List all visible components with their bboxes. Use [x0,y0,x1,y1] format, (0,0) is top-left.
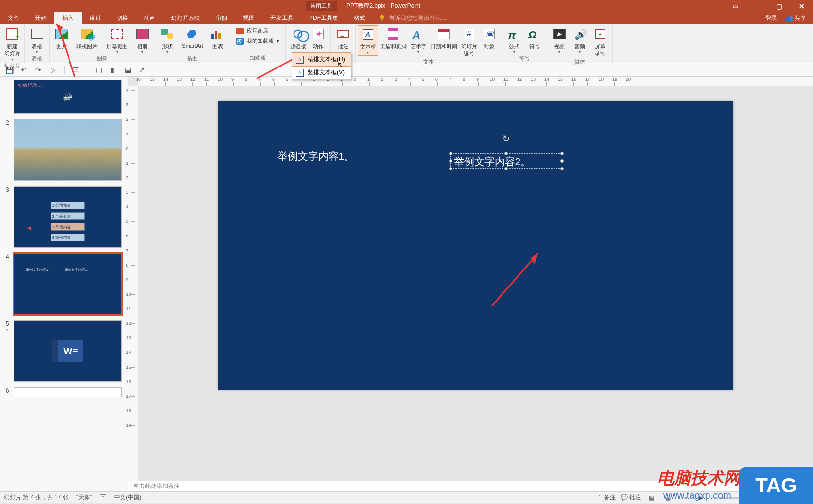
tab-developer[interactable]: 开发工具 [262,12,301,24]
close-button[interactable]: ✕ [791,0,813,12]
qat-extra-3[interactable]: ⬓ [122,65,133,75]
wordart-button[interactable]: 艺术字▾ [408,25,429,55]
group-label-tables: 表格 [32,55,42,63]
slide-number-button[interactable]: 幻灯片 编号 [459,25,479,58]
tab-pdftools[interactable]: PDF工具集 [301,12,346,24]
tab-slideshow[interactable]: 幻灯片放映 [163,12,208,24]
screen-recording-button[interactable]: 屏幕 录制 [590,25,610,58]
header-footer-button[interactable]: 页眉和页脚 [378,25,408,51]
video-button[interactable]: 视频▾ [549,25,570,55]
chart-button[interactable]: 图表 [208,25,228,51]
textbox-button[interactable]: 文本框▾ [358,25,378,56]
normal-view-button[interactable]: ▦ [646,493,657,502]
sorter-view-button[interactable]: ▤ [662,493,674,502]
slide-thumbnail-5[interactable]: W≡ [14,320,122,382]
slide-thumbnail-6[interactable] [14,387,122,397]
store-button[interactable]: 应用商店 [236,27,279,34]
header-footer-icon [388,28,398,40]
zoom-in-button[interactable]: + [778,494,782,501]
slide-thumbnail-3[interactable]: 1.公司简介 2.产品介绍 3.举例内容 4.举例内容 ◄ [14,186,122,248]
online-picture-button[interactable]: 联机图片 [72,25,102,51]
shapes-button[interactable]: 形状▾ [157,25,177,55]
tab-view[interactable]: 视图 [235,12,262,24]
zoom-out-button[interactable]: − [712,494,715,501]
comment-icon [337,30,349,38]
fit-to-window-button[interactable]: ⛶ [803,494,809,501]
horizontal-ruler[interactable]: 1615141312111098765432101234567891011121… [138,77,813,86]
comments-toggle[interactable]: 💬 批注 [621,493,641,502]
resize-handle[interactable] [504,167,508,170]
number-icon [464,29,474,39]
minimize-button[interactable]: — [745,0,767,12]
qat-extra-1[interactable]: ▢ [93,65,104,75]
datetime-button[interactable]: 日期和时间 [429,25,459,51]
resize-handle[interactable] [449,159,452,163]
tab-insert[interactable]: 插入 [54,12,82,24]
action-button[interactable]: 动作 [308,25,329,51]
audio-button[interactable]: 音频▾ [570,25,590,55]
tab-file[interactable]: 文件 [0,12,27,24]
textbox-2-selected[interactable]: 举例文字内容2。 [450,153,562,169]
notes-pane[interactable]: 单击此处添加备注 [128,481,813,491]
shapes-icon [161,29,173,39]
symbol-button[interactable]: 符号 [524,25,545,51]
my-addins-button[interactable]: 我的加载项 ▾ [236,37,279,45]
resize-handle[interactable] [504,152,508,155]
tab-transitions[interactable]: 切换 [109,12,136,24]
table-button[interactable]: 表格▾ [27,25,47,55]
share-button[interactable]: 👥 共享 [786,14,806,22]
main-area: 动效记录… 🔊 2 3 1.公司简介 2.产品介绍 3.举例内容 4.举例内容 … [0,77,813,491]
start-from-beginning-button[interactable]: ▷ [48,65,58,75]
notes-toggle[interactable]: ≐ 备注 [597,493,615,502]
tab-review[interactable]: 审阅 [208,12,235,24]
slide-thumbnail-4[interactable]: 举例文字内容1。 举例文字内容2。 [14,253,122,315]
smartart-button[interactable]: SmartArt [177,25,208,50]
maximize-button[interactable]: ▢ [768,0,790,12]
slide-thumbnail-panel[interactable]: 动效记录… 🔊 2 3 1.公司简介 2.产品介绍 3.举例内容 4.举例内容 … [0,77,128,491]
comment-button[interactable]: 批注 [333,25,353,51]
slide-canvas[interactable]: 举例文字内容1。 举例文字内容2。 [218,101,733,390]
qat-extra-2[interactable]: ◧ [108,65,119,75]
redo-button[interactable]: ↷ [33,65,44,75]
equation-button[interactable]: 公式▾ [504,25,524,55]
language-indicator[interactable]: 中文(中国) [114,493,141,502]
hyperlink-button[interactable]: 超链接 [288,25,308,51]
resize-handle[interactable] [449,152,452,155]
object-button[interactable]: 对象 [479,25,500,51]
tab-animations[interactable]: 动画 [136,12,163,24]
photo-album-button[interactable]: 相册▾ [132,25,153,55]
slideshow-view-button[interactable]: ▶ [695,493,707,502]
resize-handle[interactable] [560,159,564,163]
thumb-number: 3 [6,186,11,248]
spellcheck-icon[interactable]: □ [100,494,106,501]
signin-link[interactable]: 登录 [765,14,777,22]
audio-icon [574,29,585,39]
slide-thumbnail-2[interactable] [14,119,122,181]
resize-handle[interactable] [449,167,452,170]
resize-handle[interactable] [560,152,564,155]
zoom-slider[interactable] [720,497,774,499]
textbox-1[interactable]: 举例文字内容1。 [277,150,355,163]
slide-canvas-area[interactable]: 举例文字内容1。 举例文字内容2。 [138,86,813,481]
qat-extra-4[interactable]: ↗ [137,65,148,75]
tab-home[interactable]: 开始 [27,12,54,24]
tab-format[interactable]: 格式 [346,12,373,24]
slide-counter: 幻灯片 第 4 张，共 17 张 [4,493,69,502]
touch-mode-button[interactable]: ☰ [70,65,81,75]
zoom-percent[interactable]: 41% [787,494,798,501]
rotate-handle-icon[interactable] [502,134,510,141]
resize-handle[interactable] [560,167,564,170]
reading-view-button[interactable]: ▭ [679,493,691,502]
slide-editor: 1615141312111098765432101234567891011121… [128,77,813,491]
tab-design[interactable]: 设计 [82,12,109,24]
picture-button[interactable]: 图片 [52,25,72,51]
tell-me-search[interactable]: 💡 告诉我您想要做什么... [373,12,765,24]
new-slide-button[interactable]: 新建 幻灯片▾ [2,25,22,62]
quick-access-toolbar: 💾 ↶ ↷ ▷ ☰ ▢ ◧ ⬓ ↗ [0,63,813,77]
ribbon-display-options-icon[interactable]: ▭ [726,0,744,12]
screenshot-button[interactable]: 屏幕截图▾ [102,25,132,55]
ribbon: 新建 幻灯片▾ 幻灯片 表格▾ 表格 图片 联机图片 屏幕截图▾ 相册▾ 图像 … [0,24,813,63]
vertical-ruler[interactable]: 4321012345678910111213141516171819 [128,86,138,481]
slide-thumbnail-1[interactable]: 动效记录… 🔊 [14,80,122,114]
new-slide-icon [6,28,18,40]
